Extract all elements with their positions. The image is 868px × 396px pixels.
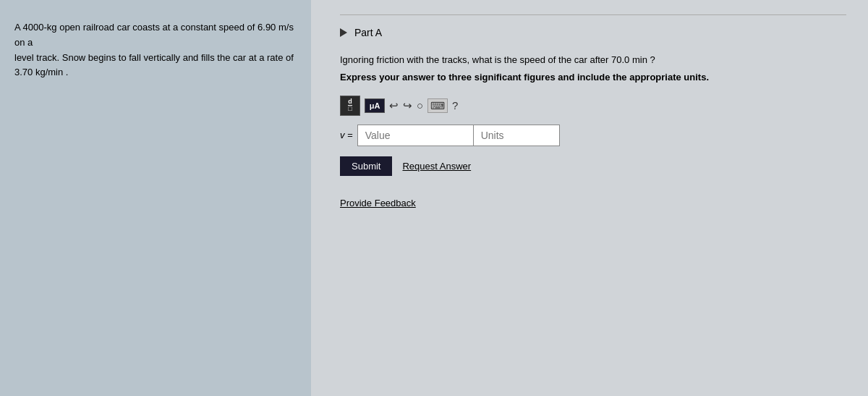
question-text: Ignoring friction with the tracks, what … — [340, 53, 846, 67]
v-equals-label: v = — [340, 125, 353, 146]
undo-icon[interactable]: ↩ — [389, 99, 399, 112]
top-divider — [340, 14, 846, 15]
keyboard-icon[interactable]: ⌨ — [427, 98, 448, 113]
question-line1: Ignoring friction with the tracks, what … — [340, 54, 655, 65]
help-icon[interactable]: ? — [452, 99, 458, 111]
action-row: Submit Request Answer — [340, 156, 846, 176]
provide-feedback-button[interactable]: Provide Feedback — [340, 198, 416, 208]
value-input[interactable] — [357, 125, 473, 146]
collapse-icon[interactable] — [340, 28, 347, 37]
problem-text: A 4000-kg open railroad car coasts at a … — [14, 20, 297, 80]
fraction-button[interactable]: d □ — [340, 96, 360, 116]
problem-line1: A 4000-kg open railroad car coasts at a … — [14, 22, 294, 48]
part-header: Part A — [340, 27, 846, 38]
submit-label: Submit — [352, 161, 380, 172]
right-panel: Part A Ignoring friction with the tracks… — [311, 0, 868, 396]
refresh-icon[interactable]: ○ — [417, 99, 423, 111]
request-answer-label: Request Answer — [402, 161, 471, 172]
problem-line3: 3.70 kg/min . — [14, 67, 68, 77]
submit-button[interactable]: Submit — [340, 156, 392, 176]
instruction-text: Express your answer to three significant… — [340, 72, 846, 83]
part-title: Part A — [354, 27, 382, 38]
units-input[interactable] — [473, 125, 560, 146]
answer-input-row: v = — [340, 125, 846, 146]
provide-feedback-label: Provide Feedback — [340, 198, 416, 208]
request-answer-button[interactable]: Request Answer — [402, 161, 471, 172]
toolbar: d □ μΑ ↩ ↪ ○ ⌨ ? — [340, 96, 846, 116]
left-panel: A 4000-kg open railroad car coasts at a … — [0, 0, 311, 396]
redo-icon[interactable]: ↪ — [403, 99, 412, 112]
problem-line2: level track. Snow begins to fall vertica… — [14, 52, 294, 63]
mu-button[interactable]: μΑ — [365, 98, 385, 113]
mu-label: μΑ — [370, 101, 380, 110]
